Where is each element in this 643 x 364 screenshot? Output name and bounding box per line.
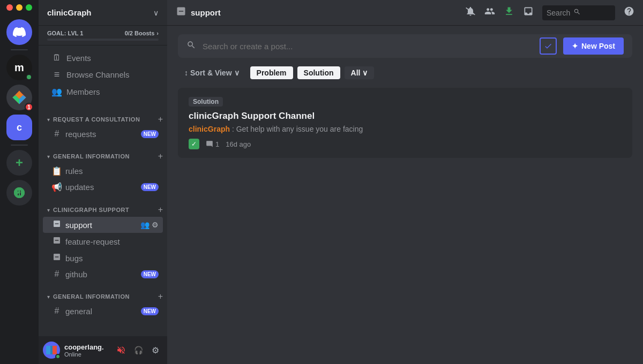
post-tag: Solution bbox=[189, 97, 223, 107]
user-info[interactable]: cooperlang. Online bbox=[43, 342, 104, 359]
channel-name-requests: requests bbox=[65, 130, 96, 139]
sidebar-item-discord[interactable] bbox=[6, 19, 32, 45]
online-status-dot bbox=[55, 354, 61, 359]
channel-header-name: support bbox=[191, 8, 221, 17]
add-server-button[interactable]: + bbox=[6, 150, 32, 176]
forum-check-icon[interactable] bbox=[540, 37, 557, 55]
maximize-button[interactable] bbox=[26, 4, 32, 11]
category-add-icon-3[interactable]: + bbox=[158, 206, 163, 214]
headphones-icon: 🎧 bbox=[134, 346, 143, 354]
help-icon[interactable] bbox=[624, 6, 634, 19]
explore-servers-button[interactable] bbox=[6, 180, 32, 206]
sidebar-item-m-server[interactable]: m bbox=[6, 55, 32, 80]
channel-item-support[interactable]: support 👥 ⚙ bbox=[43, 217, 163, 233]
channel-item-github[interactable]: # github NEW bbox=[43, 267, 163, 282]
category-name-general: GENERAL INFORMATION bbox=[53, 153, 130, 160]
category-header-support[interactable]: ▾ CLINICGRAPH SUPPORT + bbox=[39, 203, 167, 216]
inbox-icon[interactable] bbox=[523, 6, 534, 19]
post-preview: clinicGraph : Get help with any issue yo… bbox=[189, 125, 622, 133]
category-name-request: REQUEST A CONSULTATION bbox=[53, 116, 140, 123]
channel-item-general[interactable]: # general NEW bbox=[43, 304, 163, 318]
sort-icon: ↕ bbox=[184, 69, 188, 77]
sidebar-item-browse-channels[interactable]: ≡ Browse Channels bbox=[43, 66, 163, 84]
deafen-button[interactable]: 🎧 bbox=[131, 343, 146, 358]
browse-channels-icon: ≡ bbox=[51, 69, 62, 80]
notifications-icon[interactable] bbox=[465, 6, 476, 19]
sidebar-item-clinicgraph[interactable]: c bbox=[6, 115, 32, 140]
support-channel-icon bbox=[51, 219, 62, 230]
svg-rect-4 bbox=[46, 346, 50, 354]
category-add-icon-4[interactable]: + bbox=[158, 292, 163, 301]
category-general-information-2: ▾ GENERAL INFORMATION + # general NEW bbox=[39, 290, 167, 318]
channel-item-feature-request[interactable]: feature-request bbox=[43, 233, 163, 249]
category-add-icon-2[interactable]: + bbox=[158, 152, 163, 161]
category-clinicgraph-support: ▾ CLINICGRAPH SUPPORT + support bbox=[39, 203, 167, 282]
hash-icon-github: # bbox=[51, 269, 62, 279]
new-post-label: New Post bbox=[581, 42, 615, 50]
channel-name-rules: rules bbox=[65, 166, 83, 176]
user-status: Online bbox=[64, 351, 104, 358]
filter-solution-tag[interactable]: Solution bbox=[297, 66, 340, 79]
sidebar-item-events[interactable]: 🗓 Events bbox=[43, 50, 163, 66]
top-bar-right: Search bbox=[465, 5, 634, 20]
category-arrow-icon-3: ▾ bbox=[47, 207, 50, 213]
forum-search-icon bbox=[186, 40, 196, 52]
all-chevron-icon: ∨ bbox=[362, 69, 368, 77]
new-post-button[interactable]: ✦ New Post bbox=[563, 37, 624, 55]
channel-name-github: github bbox=[65, 270, 87, 279]
server-rail: m 1 c + bbox=[0, 0, 39, 364]
sidebar-item-notification[interactable]: 1 bbox=[6, 85, 32, 110]
sort-view-button[interactable]: ↕ Sort & View ∨ bbox=[178, 66, 246, 79]
filter-all-button[interactable]: All ∨ bbox=[345, 66, 375, 79]
sidebar-item-members[interactable]: 👥 Members bbox=[43, 84, 163, 100]
problem-label: Problem bbox=[257, 69, 287, 77]
svg-rect-5 bbox=[50, 346, 53, 354]
hash-icon: # bbox=[51, 129, 62, 139]
browse-channels-label: Browse Channels bbox=[66, 70, 130, 79]
channel-item-requests[interactable]: # requests NEW bbox=[43, 126, 163, 141]
settings-button[interactable]: ⚙ bbox=[148, 343, 163, 358]
forum-search-input[interactable] bbox=[203, 42, 533, 51]
bugs-icon bbox=[51, 253, 62, 263]
mute-button[interactable] bbox=[114, 343, 129, 358]
category-arrow-icon-4: ▾ bbox=[47, 294, 50, 300]
chevron-down-icon: ∨ bbox=[153, 9, 159, 17]
notification-badge: 1 bbox=[25, 103, 33, 111]
category-header-request[interactable]: ▾ REQUEST A CONSULTATION + bbox=[39, 113, 167, 126]
category-header-general-2[interactable]: ▾ GENERAL INFORMATION + bbox=[39, 290, 167, 303]
channel-item-bugs[interactable]: bugs bbox=[43, 250, 163, 266]
category-general-information: ▾ GENERAL INFORMATION + 📋 rules 📢 bbox=[39, 150, 167, 195]
user-avatar-icon bbox=[46, 345, 57, 355]
user-text: cooperlang. Online bbox=[64, 343, 104, 358]
members-settings-icon[interactable]: 👥 bbox=[140, 221, 149, 229]
settings-icon: ⚙ bbox=[152, 345, 159, 355]
members-list-icon[interactable] bbox=[484, 6, 495, 19]
server-divider-2 bbox=[11, 145, 28, 146]
channel-list: ▾ REQUEST A CONSULTATION + # requests NE… bbox=[39, 104, 167, 336]
filter-problem-tag[interactable]: Problem bbox=[250, 66, 293, 79]
download-icon[interactable] bbox=[504, 6, 514, 19]
post-author[interactable]: clinicGraph bbox=[189, 125, 230, 133]
minimize-button[interactable] bbox=[16, 4, 23, 11]
category-add-icon[interactable]: + bbox=[158, 115, 163, 124]
user-controls: 🎧 ⚙ bbox=[114, 343, 163, 358]
forum-post[interactable]: Solution clinicGraph Support Channel cli… bbox=[178, 88, 632, 158]
post-time: 16d ago bbox=[226, 140, 251, 148]
sidebar-nav: 🗓 Events ≡ Browse Channels 👥 Members bbox=[39, 46, 167, 104]
solution-label: Solution bbox=[304, 69, 334, 77]
top-bar: support Search bbox=[167, 0, 643, 26]
avatar bbox=[43, 342, 60, 359]
close-button[interactable] bbox=[6, 4, 13, 11]
compass-icon bbox=[13, 186, 26, 199]
channel-header-icon bbox=[176, 6, 186, 19]
category-header-general[interactable]: ▾ GENERAL INFORMATION + bbox=[39, 150, 167, 163]
boost-count: 0/2 Boosts bbox=[125, 30, 155, 36]
channel-item-rules[interactable]: 📋 rules bbox=[43, 163, 163, 179]
new-badge-github: NEW bbox=[141, 270, 159, 278]
hash-icon-general: # bbox=[51, 306, 62, 316]
search-placeholder-text: Search bbox=[547, 9, 570, 17]
server-header[interactable]: clinicGraph ∨ bbox=[39, 0, 167, 26]
channel-item-updates[interactable]: 📢 updates NEW bbox=[43, 179, 163, 195]
gear-icon[interactable]: ⚙ bbox=[152, 221, 159, 229]
search-bar[interactable]: Search bbox=[542, 5, 615, 20]
